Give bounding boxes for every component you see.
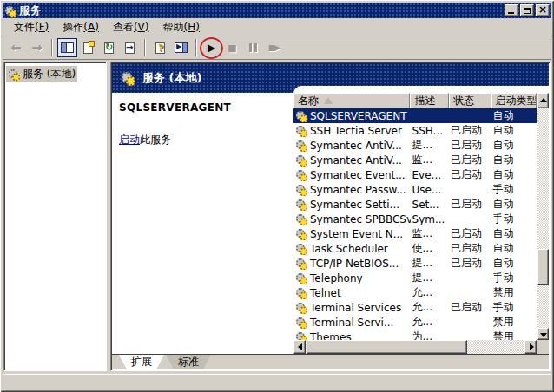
service-row[interactable]: Telnet 允... 禁用 (293, 285, 537, 300)
start-service-link[interactable]: 启动 (119, 134, 140, 146)
restart-service-icon (268, 44, 280, 52)
column-header-1[interactable]: 描述 (410, 93, 449, 108)
window-controls: × (505, 4, 550, 16)
back-icon (10, 42, 22, 55)
service-row[interactable]: Symantec Event... Eve... 已启动 自动 (293, 167, 537, 182)
start-service-button[interactable] (201, 38, 221, 57)
service-row[interactable]: Themes 为... 禁用 (293, 330, 537, 340)
service-row[interactable]: Task Scheduler 使... 已启动 自动 (293, 241, 537, 256)
service-startup-type: 自动 (491, 226, 537, 241)
service-name: Task Scheduler (310, 243, 388, 255)
vertical-scrollbar[interactable] (537, 108, 549, 340)
tab-standard[interactable]: 标准 (166, 355, 211, 369)
service-status: 已启动 (449, 123, 491, 138)
vertical-scroll-thumb[interactable] (537, 249, 549, 285)
service-row[interactable]: Telephony 提... 手动 (293, 271, 537, 285)
show-hide-action-pane-button[interactable] (171, 38, 191, 57)
menu-item-h[interactable]: 帮助H (156, 18, 205, 36)
scroll-up-button[interactable] (537, 93, 549, 108)
restart-service-button[interactable] (264, 38, 284, 57)
service-name: System Event N... (310, 228, 403, 240)
scroll-right-button[interactable] (524, 340, 537, 354)
service-gear-icon (295, 273, 306, 283)
pause-service-icon (249, 43, 257, 52)
properties-button[interactable] (78, 38, 98, 57)
service-description: 提... (411, 271, 450, 285)
start-service-suffix: 此服务 (140, 134, 171, 146)
menu-bar: 文件F 操作A 查看V 帮助H (3, 18, 551, 36)
service-row[interactable]: Symantec Passw... Use... 手动 (293, 182, 537, 197)
console-tree-panel: 服务 (本地) (3, 62, 107, 371)
tree-item-services-local[interactable]: 服务 (本地) (6, 66, 77, 82)
service-row[interactable]: Terminal Services 允... 已启动 手动 (293, 300, 537, 315)
maximize-icon (524, 8, 531, 14)
service-name: TCP/IP NetBIOS... (310, 258, 399, 270)
banner-title: 服务 (本地) (142, 70, 201, 86)
service-gear-icon (295, 185, 306, 194)
horizontal-scrollbar[interactable] (293, 340, 537, 354)
service-description: 允... (411, 300, 450, 315)
toolbar-separator (144, 39, 146, 56)
pause-service-button[interactable] (243, 38, 263, 57)
service-row[interactable]: Symantec AntiV... 监... 已启动 自动 (293, 153, 537, 167)
service-description: 提... (411, 256, 450, 271)
column-header-2[interactable]: 状态 (449, 93, 491, 108)
tab-extended[interactable]: 扩展 (119, 355, 164, 369)
service-row[interactable]: Symantec Setti... Set... 已启动 自动 (293, 197, 537, 212)
service-gear-icon (295, 155, 306, 165)
selected-service-name: SQLSERVERAGENT (119, 101, 287, 114)
forward-button[interactable] (27, 38, 47, 57)
services-app-icon (4, 5, 15, 15)
close-button[interactable]: × (536, 4, 550, 16)
service-startup-type: 禁用 (491, 285, 537, 300)
horizontal-scroll-thumb[interactable] (307, 340, 467, 354)
banner-services-icon (121, 72, 135, 85)
details-panel: 服务 (本地) SQLSERVERAGENT 启动此服务 名称 描述 状态 启动… (110, 62, 551, 371)
menu-item-f[interactable]: 文件F (8, 18, 55, 36)
right-arrow-icon (530, 343, 534, 350)
service-startup-type: 手动 (491, 300, 537, 315)
left-arrow-icon (298, 343, 302, 350)
service-status: 已启动 (449, 153, 491, 167)
menu-item-a[interactable]: 操作A (56, 18, 105, 36)
service-row[interactable]: TCP/IP NetBIOS... 提... 已启动 自动 (293, 256, 537, 271)
service-startup-type: 自动 (491, 123, 537, 138)
up-arrow-icon (540, 98, 547, 102)
service-description: 提... (411, 138, 450, 153)
service-row[interactable]: System Event N... 监... 已启动 自动 (293, 226, 537, 241)
minimize-button[interactable] (505, 4, 518, 16)
column-header-3[interactable]: 启动类型 (491, 93, 537, 108)
column-header-0[interactable]: 名称 (293, 93, 410, 108)
scroll-down-button[interactable] (537, 328, 549, 340)
sort-ascending-icon (324, 97, 333, 104)
stop-service-button[interactable] (222, 38, 242, 57)
service-row[interactable]: SQLSERVERAGENT 自动 (293, 108, 537, 123)
service-startup-type: 手动 (491, 182, 537, 197)
refresh-icon (104, 42, 114, 54)
service-name: Telephony (310, 272, 363, 284)
service-gear-icon (295, 229, 306, 238)
service-row[interactable]: SSH Tectia Server SSH... 已启动 自动 (293, 123, 537, 138)
menu-item-v[interactable]: 查看V (107, 18, 155, 36)
service-row[interactable]: Terminal Servi... 允... 禁用 (293, 315, 537, 330)
service-gear-icon (295, 303, 306, 312)
service-description: 使... (411, 241, 450, 256)
service-row[interactable]: Symantec SPBBCSvc Sym... 手动 (293, 212, 537, 226)
service-name: Symantec Setti... (310, 199, 399, 211)
scroll-left-button[interactable] (293, 340, 306, 354)
export-list-button[interactable] (120, 38, 140, 57)
service-gear-icon (295, 140, 306, 150)
service-row[interactable]: Symantec AntiV... 提... 已启动 自动 (293, 138, 537, 153)
list-column-headers: 名称 描述 状态 启动类型 (293, 93, 537, 108)
service-gear-icon (295, 317, 306, 327)
title-bar[interactable]: 服务 × (3, 3, 551, 18)
service-gear-icon (295, 170, 306, 180)
toolbar-separator (51, 39, 53, 56)
show-hide-console-tree-button[interactable] (57, 38, 77, 57)
refresh-button[interactable] (99, 38, 119, 57)
view-tabs-bar: 扩展 标准 (112, 354, 549, 369)
help-button[interactable] (150, 38, 170, 57)
maximize-button[interactable] (520, 4, 534, 16)
back-button[interactable] (6, 38, 26, 57)
service-status: 已启动 (449, 197, 491, 212)
